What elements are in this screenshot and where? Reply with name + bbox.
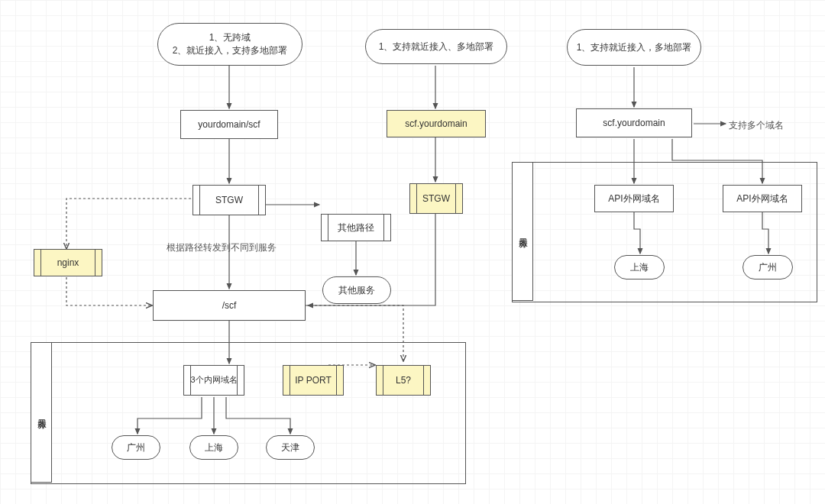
other-route: 其他路径 [321,214,391,241]
cloud-package-a: 云服务 [31,342,466,484]
start-c: 1、支持就近接入，多地部署 [567,29,701,66]
nginx: nginx [34,249,102,276]
l5: L5? [376,365,431,396]
city-sh-a: 上海 [189,435,238,460]
other-service: 其他服务 [322,276,391,304]
domain-a: yourdomain/scf [180,110,278,139]
start-a-line1: 1、无跨域 [173,31,288,44]
ipport: IP PORT [283,365,344,396]
cloud-package-c: 云服务 [512,162,817,302]
city-gz-a: 广州 [112,435,160,460]
stgw-a: STGW [192,185,266,215]
city-gz-c: 广州 [742,255,793,279]
stgw-b: STGW [409,183,463,214]
start-a: 1、无跨域 2、就近接入，支持多地部署 [157,23,302,66]
scf-path: /scf [153,290,306,321]
multi-domain-label: 支持多个域名 [729,119,784,132]
api-left: API外网域名 [594,185,674,212]
start-a-line2: 2、就近接入，支持多地部署 [173,44,288,57]
cloud-package-c-title: 云服务 [512,162,533,301]
cloud-package-a-title: 云服务 [31,342,52,483]
api-right: API外网域名 [723,185,802,212]
city-tj-a: 天津 [266,435,315,460]
city-sh-c: 上海 [614,255,665,279]
route-text: 根据路径转发到不同到服务 [167,241,277,254]
start-b: 1、支持就近接入、多地部署 [365,29,507,64]
domain-b: scf.yourdomain [387,110,486,137]
internal-domain: 3个内网域名 [183,365,244,396]
domain-c: scf.yourdomain [576,108,692,137]
